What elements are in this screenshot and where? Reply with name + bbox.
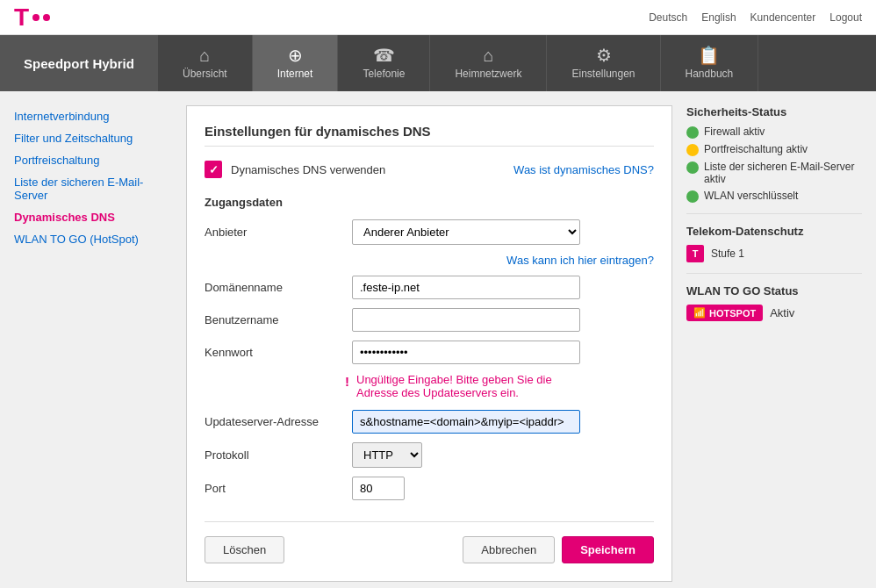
benutzername-label: Benutzername [205, 313, 345, 326]
wifi-icon: 📶 [693, 307, 706, 319]
protokoll-control: HTTP HTTPS [352, 442, 422, 468]
nav-item-einstellungen[interactable]: ⚙ Einstellungen [547, 35, 660, 91]
sidebar-item-filter[interactable]: Filter und Zeitschaltung [14, 127, 172, 149]
logo-dot-2 [43, 14, 50, 21]
datenschutz-icon: T [686, 245, 704, 262]
status-label-wlan: WLAN verschlüsselt [704, 190, 798, 202]
content-panel: Einstellungen für dynamisches DNS Dynami… [186, 105, 672, 582]
abbrechen-button[interactable]: Abbrechen [463, 536, 555, 563]
datenschutz-row: T Stufe 1 [686, 245, 862, 262]
benutzername-input[interactable] [352, 308, 580, 332]
nav-item-heimnetzwerk[interactable]: ⌂ Heimnetzwerk [430, 35, 547, 91]
logo-dot-1 [32, 14, 39, 21]
updateserver-control [352, 410, 580, 434]
nav-item-ubersicht[interactable]: ⌂ Übersicht [158, 35, 253, 91]
benutzername-row: Benutzername [205, 308, 654, 332]
port-input[interactable] [352, 477, 405, 500]
sidebar-item-portfreischaltung[interactable]: Portfreischaltung [14, 149, 172, 171]
anbieter-select[interactable]: Anderer Anbieter [352, 219, 580, 245]
nav-label-einstellungen: Einstellungen [571, 68, 635, 80]
nav-item-telefonie[interactable]: ☎ Telefonie [338, 35, 430, 91]
status-dot-green-1 [686, 126, 699, 139]
sidebar-item-email-server[interactable]: Liste der sicheren E-Mail-Server [14, 171, 172, 206]
error-icon: ! [345, 374, 349, 389]
kennwort-input[interactable] [352, 341, 580, 364]
kennwort-label: Kennwort [205, 346, 345, 359]
status-dot-green-3 [686, 190, 699, 203]
anbieter-label: Anbieter [205, 226, 345, 239]
protokoll-select[interactable]: HTTP HTTPS [352, 442, 422, 468]
nav-label-ubersicht: Übersicht [183, 68, 227, 80]
hotspot-row: 📶 HOTSPOT Aktiv [686, 305, 862, 321]
right-panel: Sicherheits-Status Firewall aktiv Portfr… [686, 105, 862, 321]
dns-toggle-left: Dynamisches DNS verwenden [205, 161, 385, 178]
anbieter-link-row: Was kann ich hier eintragen? [205, 254, 654, 267]
updateserver-row: Updateserver-Adresse [205, 410, 654, 434]
kennwort-control [352, 341, 580, 364]
error-row: ! Ungültige Eingabe! Bitte geben Sie die… [345, 373, 573, 399]
domainname-row: Domänenname [205, 276, 654, 299]
deutsch-link[interactable]: Deutsch [649, 11, 687, 24]
status-item-portfreischaltung: Portfreischaltung aktiv [686, 143, 862, 156]
anbieter-help-link[interactable]: Was kann ich hier eintragen? [506, 254, 654, 267]
protokoll-row: Protokoll HTTP HTTPS [205, 442, 654, 468]
divider-2 [686, 273, 862, 274]
updateserver-input[interactable] [352, 410, 580, 434]
button-row: Löschen Abbrechen Speichern [205, 521, 654, 563]
port-label: Port [205, 482, 345, 495]
nav-item-handbuch[interactable]: 📋 Handbuch [661, 35, 759, 91]
wlan-status-title: WLAN TO GO Status [686, 284, 862, 298]
port-control [352, 477, 405, 500]
sidebar-item-internetverbindung[interactable]: Internetverbindung [14, 105, 172, 127]
domainname-label: Domänenname [205, 281, 345, 294]
anbieter-row: Anbieter Anderer Anbieter [205, 219, 654, 245]
english-link[interactable]: English [701, 11, 736, 24]
top-bar: T Deutsch English Kundencenter Logout [0, 0, 876, 35]
dns-checkbox[interactable] [205, 161, 222, 178]
nav-brand: Speedport Hybrid [0, 35, 158, 91]
datenschutz-section: Telekom-Datenschutz T Stufe 1 [686, 225, 862, 262]
right-buttons: Abbrechen Speichern [463, 536, 654, 563]
status-dot-yellow [686, 144, 699, 156]
domainname-input[interactable] [352, 276, 580, 299]
nav-label-handbuch: Handbuch [686, 68, 734, 80]
hotspot-status: Aktiv [770, 306, 794, 319]
sidebar-item-wlan-to-go[interactable]: WLAN TO GO (HotSpot) [14, 228, 172, 250]
datenschutz-title: Telekom-Datenschutz [686, 225, 862, 238]
logout-link[interactable]: Logout [829, 11, 862, 24]
status-item-email: Liste der sicheren E-Mail-Server aktiv [686, 161, 862, 185]
home-icon: ⌂ [199, 47, 210, 64]
anbieter-control: Anderer Anbieter [352, 219, 580, 245]
kundencenter-link[interactable]: Kundencenter [750, 11, 816, 24]
zugangsdaten-title: Zugangsdaten [205, 196, 654, 209]
datenschutz-stufe: Stufe 1 [711, 247, 744, 260]
wlan-status-section: WLAN TO GO Status 📶 HOTSPOT Aktiv [686, 284, 862, 321]
heimnetz-icon: ⌂ [483, 47, 493, 64]
content-title: Einstellungen für dynamisches DNS [205, 124, 654, 147]
protokoll-label: Protokoll [205, 448, 345, 462]
dns-toggle-label: Dynamisches DNS verwenden [231, 163, 385, 176]
logo: T [14, 5, 50, 30]
nav-item-internet[interactable]: ⊕ Internet [253, 35, 339, 91]
nav-items: ⌂ Übersicht ⊕ Internet ☎ Telefonie ⌂ Hei… [158, 35, 876, 91]
nav-bar: Speedport Hybrid ⌂ Übersicht ⊕ Internet … [0, 35, 876, 91]
hotspot-label: HOTSPOT [709, 308, 756, 319]
sicherheit-title: Sicherheits-Status [686, 105, 862, 118]
kennwort-row: Kennwort [205, 341, 654, 364]
status-item-firewall: Firewall aktiv [686, 125, 862, 139]
sidebar-item-dynamisches-dns[interactable]: Dynamisches DNS [14, 206, 172, 228]
status-label-firewall: Firewall aktiv [704, 125, 765, 138]
main-layout: Internetverbindung Filter und Zeitschalt… [0, 91, 876, 588]
divider-1 [686, 213, 862, 214]
logo-dots [32, 14, 50, 21]
loschen-button[interactable]: Löschen [205, 536, 284, 563]
benutzername-control [352, 308, 580, 332]
nav-label-heimnetzwerk: Heimnetzwerk [455, 68, 521, 80]
settings-icon: ⚙ [596, 47, 612, 64]
book-icon: 📋 [698, 47, 720, 64]
speichern-button[interactable]: Speichern [562, 536, 654, 563]
phone-icon: ☎ [373, 47, 395, 64]
updateserver-label: Updateserver-Adresse [205, 415, 345, 428]
status-dot-green-2 [686, 161, 699, 174]
dns-help-link[interactable]: Was ist dynamisches DNS? [513, 163, 654, 176]
